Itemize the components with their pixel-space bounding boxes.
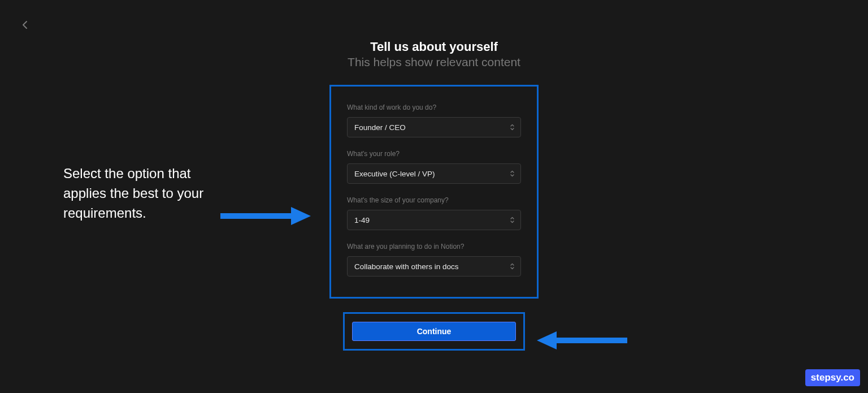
planning-select-value: Collaborate with others in docs: [354, 262, 459, 271]
annotation-arrow-left: [537, 329, 627, 354]
company-size-select-value: 1-49: [354, 216, 370, 224]
role-label: What's your role?: [347, 150, 521, 158]
form-group-company-size: What's the size of your company? 1-49: [347, 196, 521, 230]
arrow-right-icon: [220, 205, 311, 227]
chevron-updown-icon: [510, 170, 515, 178]
chevron-updown-icon: [510, 216, 515, 224]
chevron-left-icon: [22, 20, 28, 29]
svg-marker-1: [291, 207, 311, 225]
role-select[interactable]: Executive (C-level / VP): [347, 163, 521, 184]
work-label: What kind of work do you do?: [347, 103, 521, 111]
form-group-work: What kind of work do you do? Founder / C…: [347, 103, 521, 137]
planning-select[interactable]: Collaborate with others in docs: [347, 256, 521, 277]
work-select-value: Founder / CEO: [354, 123, 406, 132]
work-select[interactable]: Founder / CEO: [347, 117, 521, 137]
arrow-left-icon: [537, 329, 627, 352]
continue-button[interactable]: Continue: [352, 322, 516, 341]
page-subtitle: This helps show relevant content: [348, 55, 520, 69]
form-group-planning: What are you planning to do in Notion? C…: [347, 243, 521, 277]
planning-label: What are you planning to do in Notion?: [347, 243, 521, 251]
onboarding-content: Tell us about yourself This helps show r…: [329, 40, 539, 351]
svg-marker-3: [537, 331, 557, 349]
role-select-value: Executive (C-level / VP): [354, 170, 435, 178]
continue-highlight-box: Continue: [343, 312, 525, 351]
company-size-label: What's the size of your company?: [347, 196, 521, 204]
watermark-badge: stepsy.co: [805, 369, 860, 386]
annotation-arrow-right: [220, 205, 311, 230]
continue-button-label: Continue: [417, 327, 452, 336]
annotation-instruction: Select the option that applies the best …: [63, 164, 210, 223]
form-group-role: What's your role? Executive (C-level / V…: [347, 150, 521, 184]
form-highlight-box: What kind of work do you do? Founder / C…: [329, 85, 539, 299]
back-button[interactable]: [18, 18, 32, 32]
page-title: Tell us about yourself: [370, 40, 498, 54]
company-size-select[interactable]: 1-49: [347, 210, 521, 230]
chevron-updown-icon: [510, 123, 515, 131]
chevron-updown-icon: [510, 262, 515, 270]
